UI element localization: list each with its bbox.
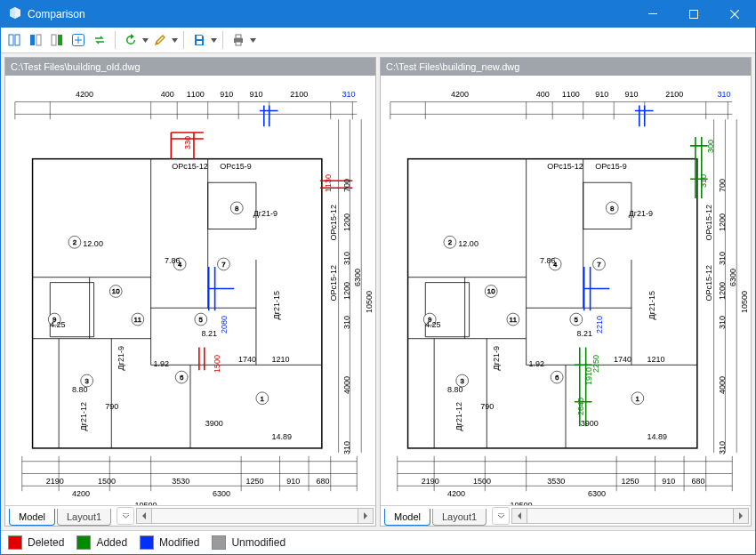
right-drawing-canvas[interactable]: 2 4 7 8 5 6 1 3 9 10 11 4200 400 110 xyxy=(381,76,751,505)
dim: 910 xyxy=(286,477,300,486)
dim: 4200 xyxy=(447,489,465,498)
dim: 680 xyxy=(316,477,329,486)
edit-dropdown[interactable] xyxy=(172,30,178,50)
dim: 310 xyxy=(718,90,731,99)
swap-panes-button[interactable] xyxy=(90,30,109,50)
print-button[interactable] xyxy=(229,30,256,50)
right-tab-menu[interactable] xyxy=(492,507,510,525)
dim: 1250 xyxy=(245,477,263,486)
room-num: 5 xyxy=(575,316,579,324)
tag: Дг21-9 xyxy=(117,346,125,370)
left-tab-menu[interactable] xyxy=(117,507,134,525)
dim: 1200 xyxy=(718,282,727,300)
workspace: C:\Test Files\building_old.dwg xyxy=(1,53,755,530)
right-hscrollbar[interactable] xyxy=(510,506,751,526)
svg-rect-13 xyxy=(236,42,241,45)
room-num: 10 xyxy=(487,287,495,295)
refresh-button[interactable] xyxy=(121,30,149,50)
svg-rect-1 xyxy=(690,11,698,19)
right-floorplan-svg: 2 4 7 8 5 6 1 3 9 10 11 xyxy=(381,76,751,505)
right-tab-model[interactable]: Model xyxy=(384,509,430,526)
room-num: 7 xyxy=(221,261,225,269)
scroll-right-icon[interactable] xyxy=(733,508,749,524)
dim: 14.89 xyxy=(647,432,668,441)
scroll-left-icon[interactable] xyxy=(511,508,527,524)
left-drawing-canvas[interactable]: 2 4 7 8 5 6 1 3 9 10 11 4200 400 xyxy=(5,76,375,505)
sync-zoom-button[interactable] xyxy=(68,30,88,50)
room-num: 6 xyxy=(180,374,184,382)
refresh-dropdown[interactable] xyxy=(142,30,149,50)
dim: 4200 xyxy=(72,489,90,498)
dim: 310 xyxy=(342,441,351,454)
edit-button[interactable] xyxy=(150,30,178,50)
svg-rect-4 xyxy=(30,35,35,45)
legend-bar: Deleted Added Modified Unmodified xyxy=(1,530,755,554)
open-left-button[interactable] xyxy=(26,30,45,50)
dim: 1250 xyxy=(621,477,639,486)
tag: ОРс15-9 xyxy=(220,162,252,171)
dim: 1210 xyxy=(272,355,290,364)
tag: ОРс15-12 xyxy=(329,265,338,302)
svg-rect-6 xyxy=(52,35,56,45)
scroll-left-icon[interactable] xyxy=(136,508,152,524)
room-num: 10 xyxy=(112,287,120,295)
dim: 1.92 xyxy=(528,359,544,368)
close-button[interactable] xyxy=(714,1,755,28)
room-num: 1 xyxy=(636,395,639,403)
legend-unmodified-swatch xyxy=(212,535,226,550)
scroll-right-icon[interactable] xyxy=(358,508,374,524)
dim: 1100 xyxy=(562,90,580,99)
new-comparison-button[interactable] xyxy=(4,30,24,50)
save-button[interactable] xyxy=(189,30,217,50)
print-dropdown[interactable] xyxy=(250,30,256,50)
maximize-button[interactable] xyxy=(673,1,714,28)
dim: 700 xyxy=(342,179,351,192)
dim: 2250 xyxy=(591,355,600,373)
svg-rect-3 xyxy=(15,35,20,45)
app-window: Comparison xyxy=(0,0,756,555)
dim: 1500 xyxy=(98,477,116,486)
dim: 1200 xyxy=(718,213,727,231)
tag: Дг21-9 xyxy=(253,209,277,218)
dim: 3900 xyxy=(205,419,223,428)
svg-rect-7 xyxy=(58,35,62,45)
legend-added: Added xyxy=(76,535,127,550)
tag: ОРс15-12 xyxy=(172,162,208,171)
legend-deleted-label: Deleted xyxy=(28,536,64,549)
dim: 8.21 xyxy=(201,329,217,338)
dim: 330 xyxy=(183,136,192,149)
dim: 1200 xyxy=(342,282,351,300)
dim: 6300 xyxy=(213,489,230,498)
dim: 310 xyxy=(342,316,351,329)
left-tab-model[interactable]: Model xyxy=(9,509,55,526)
room-num: 1 xyxy=(261,395,264,403)
room-num: 11 xyxy=(509,316,517,324)
left-tab-layout1[interactable]: Layout1 xyxy=(57,509,111,526)
dim: 4200 xyxy=(76,90,93,99)
dim: 790 xyxy=(480,402,494,411)
left-hscrollbar[interactable] xyxy=(134,506,375,526)
tag: ОРс15-12 xyxy=(329,205,338,241)
dim: 3900 xyxy=(581,419,599,428)
dim: 2190 xyxy=(46,477,64,486)
dim: 1.92 xyxy=(153,359,169,368)
left-pane: C:\Test Files\building_old.dwg xyxy=(4,57,376,527)
tag: ОРс15-12 xyxy=(704,205,713,241)
svg-rect-12 xyxy=(236,35,241,38)
room-num: 2 xyxy=(73,238,76,246)
dim: 4.25 xyxy=(425,320,441,329)
svg-rect-5 xyxy=(36,35,41,45)
room-num: 3 xyxy=(84,377,89,385)
room-num: 8 xyxy=(235,205,239,213)
dim: 910 xyxy=(220,90,233,99)
dim: 310 xyxy=(342,252,351,265)
minimize-button[interactable] xyxy=(632,1,673,28)
open-right-button[interactable] xyxy=(47,30,67,50)
legend-modified-label: Modified xyxy=(159,536,199,549)
tag: Дг21-12 xyxy=(79,402,88,430)
save-dropdown[interactable] xyxy=(211,30,217,50)
dim: 8.80 xyxy=(72,385,88,394)
dim: 4200 xyxy=(451,90,469,99)
right-tab-layout1[interactable]: Layout1 xyxy=(432,509,487,526)
dim: 4.25 xyxy=(50,320,66,329)
